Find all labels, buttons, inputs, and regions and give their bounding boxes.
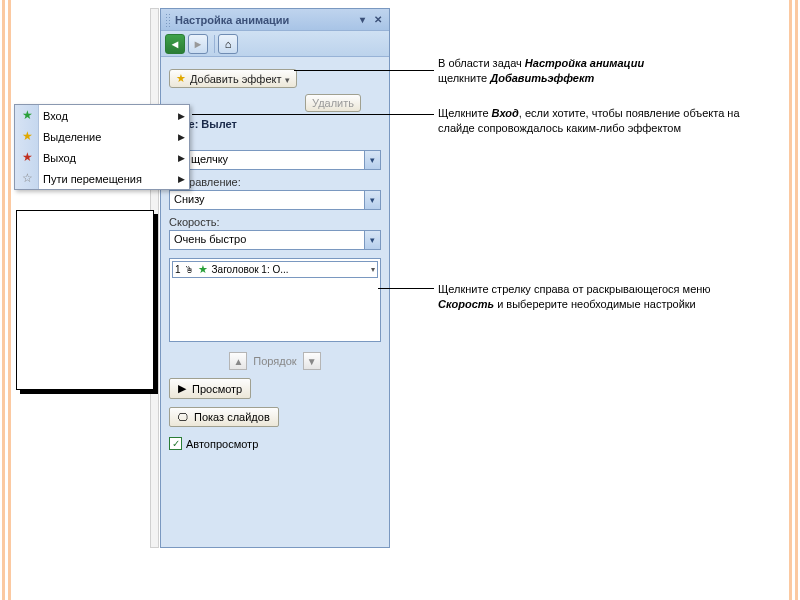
star-icon: ★ [19, 149, 35, 165]
animation-list-item[interactable]: 1 ★ Заголовок 1: О... ▾ [172, 261, 378, 278]
speed-dropdown[interactable]: Очень быстро ▾ [169, 230, 381, 250]
preview-button[interactable]: ▶ Просмотр [169, 378, 251, 399]
slideshow-button[interactable]: 🖵 Показ слайдов [169, 407, 279, 427]
start-label: ло: [169, 136, 381, 148]
animation-list[interactable]: 1 ★ Заголовок 1: О... ▾ [169, 258, 381, 342]
anim-item-text: Заголовок 1: О... [212, 264, 289, 275]
reorder-down-button[interactable]: ▼ [303, 352, 321, 370]
callout-add-effect: В области задач Настройка анимации щелкн… [438, 56, 758, 86]
mouse-icon [185, 264, 194, 275]
start-value: По щелчку [170, 151, 364, 169]
leader-line [378, 288, 434, 289]
pane-close-button[interactable]: ✕ [371, 13, 385, 27]
menu-item-label: Выход [43, 152, 76, 164]
slide-thumbnail[interactable] [16, 210, 154, 390]
chevron-down-icon [285, 73, 290, 85]
remove-label: Удалить [312, 97, 354, 109]
slideshow-icon: 🖵 [178, 412, 188, 423]
chevron-down-icon: ▾ [364, 191, 380, 209]
menu-item-entrance[interactable]: ★ Вход ▶ [15, 105, 189, 126]
add-effect-popup-menu: ★ Вход ▶ ★ Выделение ▶ ★ Выход ▶ ☆ Пути … [14, 104, 190, 190]
callout-text-emph: Вход [492, 107, 519, 119]
pane-titlebar[interactable]: Настройка анимации ▾ ✕ [161, 9, 389, 31]
callout-text: В области задач [438, 57, 525, 69]
pane-title: Настройка анимации [175, 14, 353, 26]
reorder-up-button[interactable]: ▲ [229, 352, 247, 370]
slideshow-label: Показ слайдов [194, 411, 270, 423]
menu-item-motion-path[interactable]: ☆ Пути перемещения ▶ [15, 168, 189, 189]
pane-menu-button[interactable]: ▾ [355, 13, 369, 27]
reorder-row: ▲ Порядок ▼ [169, 352, 381, 370]
autopreview-checkbox[interactable]: ✓ [169, 437, 182, 450]
star-icon: ☆ [19, 170, 35, 186]
direction-value: Снизу [170, 191, 364, 209]
callout-text-emph: Скорость [438, 298, 494, 310]
menu-item-label: Вход [43, 110, 68, 122]
autopreview-label: Автопросмотр [186, 438, 258, 450]
menu-item-label: Пути перемещения [43, 173, 142, 185]
chevron-down-icon: ▾ [364, 151, 380, 169]
pane-nav-row: ◄ ► ⌂ [161, 31, 389, 57]
animation-task-pane: Настройка анимации ▾ ✕ ◄ ► ⌂ ★ Добавить … [160, 8, 390, 548]
leader-line [294, 70, 434, 71]
play-icon: ▶ [178, 382, 186, 395]
chevron-right-icon: ▶ [178, 132, 185, 142]
grip-icon [165, 13, 171, 27]
star-icon: ★ [19, 128, 35, 144]
callout-text: щелкните [438, 72, 490, 84]
nav-back-button[interactable]: ◄ [165, 34, 185, 54]
decor-stripes-left [0, 0, 14, 600]
remove-effect-button[interactable]: Удалить [305, 94, 361, 112]
callout-text-emph: Добавитьэффект [490, 72, 594, 84]
speed-label: Скорость: [169, 216, 381, 228]
nav-sep [214, 35, 215, 53]
leader-line [192, 114, 434, 115]
nav-home-button[interactable]: ⌂ [218, 34, 238, 54]
nav-forward-button[interactable]: ► [188, 34, 208, 54]
decor-stripes-right [786, 0, 800, 600]
chevron-down-icon: ▾ [371, 265, 375, 274]
menu-item-emphasis[interactable]: ★ Выделение ▶ [15, 126, 189, 147]
direction-label: Направление: [169, 176, 381, 188]
callout-speed: Щелкните стрелку справа от раскрывающего… [438, 282, 758, 312]
menu-item-exit[interactable]: ★ Выход ▶ [15, 147, 189, 168]
menu-item-label: Выделение [43, 131, 101, 143]
chevron-right-icon: ▶ [178, 174, 185, 184]
callout-entrance: Щелкните Вход, если хотите, чтобы появле… [438, 106, 758, 136]
callout-text-emph: Настройка анимации [525, 57, 644, 69]
callout-text: Щелкните стрелку справа от раскрывающего… [438, 283, 711, 295]
chevron-right-icon: ▶ [178, 111, 185, 121]
anim-item-number: 1 [175, 264, 181, 275]
chevron-down-icon: ▾ [364, 231, 380, 249]
add-effect-button[interactable]: ★ Добавить эффект [169, 69, 297, 88]
star-icon: ★ [198, 263, 208, 276]
order-label: Порядок [253, 355, 296, 367]
add-effect-label: Добавить эффект [190, 73, 281, 85]
direction-dropdown[interactable]: Снизу ▾ [169, 190, 381, 210]
callout-text: и выберерите необходимые настройки [494, 298, 696, 310]
chevron-right-icon: ▶ [178, 153, 185, 163]
change-effect-title: ение: Вылет [169, 118, 381, 130]
autopreview-row[interactable]: ✓ Автопросмотр [169, 437, 381, 450]
preview-label: Просмотр [192, 383, 242, 395]
star-icon: ★ [19, 107, 35, 123]
speed-value: Очень быстро [170, 231, 364, 249]
star-icon: ★ [176, 72, 186, 85]
start-dropdown[interactable]: По щелчку ▾ [169, 150, 381, 170]
callout-text: Щелкните [438, 107, 492, 119]
